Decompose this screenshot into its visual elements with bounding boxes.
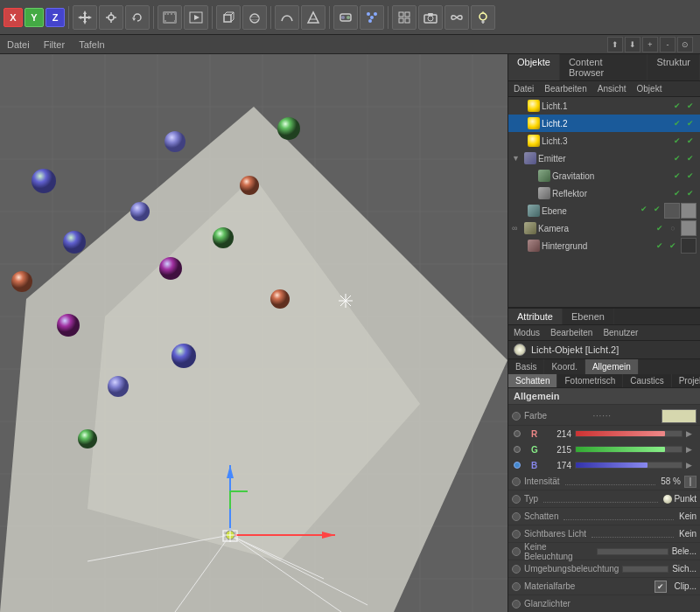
x-axis-button[interactable]: X [4, 8, 23, 27]
keine-slider[interactable] [597, 548, 668, 555]
separator-5 [329, 6, 330, 29]
z-axis-button[interactable]: Z [46, 8, 65, 27]
object-name-licht1: Licht.1 [542, 101, 669, 111]
object-row-licht2[interactable]: Licht.2 ✔ ✔ [508, 115, 700, 132]
rotate-tool-button[interactable] [125, 5, 150, 30]
channel-g-row: G 215 ▶ [508, 442, 700, 457]
gravitation-icon [538, 170, 550, 182]
object-name-emitter: Emitter [538, 154, 669, 163]
attr-menu-benutzer[interactable]: Benutzer [598, 326, 643, 339]
tab-schatten[interactable]: Schatten [508, 374, 557, 387]
object-row-kamera[interactable]: ∞ Kamera ✔ ○ [508, 219, 700, 237]
svg-marker-20 [194, 15, 200, 20]
obj-menu-objekt[interactable]: Objekt [632, 82, 668, 95]
move-tool-button[interactable] [73, 5, 97, 30]
camera-thumb [681, 220, 696, 236]
grid-button[interactable] [392, 5, 416, 30]
checkmarks: ✔ ○ [654, 222, 679, 234]
r-arrow[interactable]: ▶ [686, 429, 696, 438]
viewport-zoom-in[interactable]: + [642, 37, 658, 52]
svg-rect-17 [164, 20, 166, 23]
object-row-gravitation[interactable]: Gravitation ✔ ✔ [508, 167, 700, 184]
bele-label: Bele... [672, 546, 696, 556]
object-row-licht1[interactable]: Licht.1 ✔ ✔ [508, 97, 700, 115]
nurbs-button[interactable] [301, 5, 326, 30]
deformer-button[interactable] [333, 5, 358, 30]
b-slider[interactable] [575, 462, 682, 469]
svg-point-78 [164, 131, 186, 152]
render-region-button[interactable] [184, 5, 208, 30]
menu-datei[interactable]: Datei [4, 38, 33, 52]
viewport-settings[interactable]: ⊙ [677, 37, 693, 52]
check1: ✔ [671, 152, 683, 164]
tab-caustics[interactable]: Caustics [623, 374, 671, 387]
g-slider[interactable] [575, 446, 682, 453]
umgebung-slider[interactable] [622, 566, 668, 573]
svg-point-77 [32, 169, 56, 193]
schatten-bullet [512, 512, 521, 521]
sichtbares-row: Sichtbares Licht Kein [508, 525, 700, 543]
intensitaet-slider-handle[interactable] [684, 476, 696, 488]
attr-menu-modus[interactable]: Modus [508, 326, 545, 339]
g-arrow[interactable]: ▶ [686, 445, 696, 454]
object-row-emitter[interactable]: ▼ Emitter ✔ ✔ [508, 150, 700, 167]
object-name-kamera: Kamera [538, 224, 652, 233]
viewport[interactable] [0, 54, 508, 612]
scale-tool-button[interactable] [99, 5, 123, 30]
tab-projekt[interactable]: Projekt [672, 374, 700, 387]
svg-marker-3 [83, 21, 87, 24]
typ-value-container: Punkt [663, 494, 696, 504]
material-label: Materialfarbe [524, 581, 651, 591]
menu-tafeln[interactable]: Tafeln [75, 38, 108, 52]
keine-beleuchtung-row: Keine Beleuchtung Bele... [508, 543, 700, 560]
tab-attribute[interactable]: Attribute [508, 309, 563, 324]
dotted-line [565, 484, 656, 485]
tab-allgemein[interactable]: Allgemein [585, 359, 639, 374]
tab-struktur[interactable]: Struktur [648, 54, 700, 80]
check1: ✔ [671, 117, 683, 129]
typ-label: Typ [524, 494, 538, 504]
material-checkbox[interactable]: ✔ [654, 581, 667, 593]
tab-fotometrisch[interactable]: Fotometrisch [557, 374, 623, 387]
hintergrund-thumb [681, 238, 696, 254]
tab-koord[interactable]: Koord. [544, 359, 584, 374]
light-button[interactable] [471, 5, 495, 30]
color-swatch[interactable] [662, 409, 696, 423]
obj-menu-datei[interactable]: Datei [508, 82, 539, 95]
viewport-nav-down[interactable]: ⬇ [625, 37, 640, 52]
object-row-ebene[interactable]: Ebene ✔ ✔ [508, 202, 700, 219]
tab-objekte[interactable]: Objekte [508, 54, 560, 80]
attr-basis-tabs: Basis Koord. Allgemein [508, 359, 700, 374]
particles-button[interactable] [360, 5, 384, 30]
attr-top-tabs: Attribute Ebenen [508, 309, 700, 325]
svg-marker-2 [83, 10, 87, 14]
b-arrow[interactable]: ▶ [686, 461, 696, 469]
tab-content-browser[interactable]: Content Browser [560, 54, 648, 80]
viewport-zoom-out[interactable]: - [660, 37, 676, 52]
y-axis-button[interactable]: Y [24, 8, 44, 27]
infinite-button[interactable] [444, 5, 469, 30]
sphere-button[interactable] [242, 5, 267, 30]
svg-point-6 [108, 15, 114, 20]
check1: ✔ [671, 100, 683, 112]
viewport-nav-up[interactable]: ⬆ [607, 37, 623, 52]
tab-basis[interactable]: Basis [508, 359, 544, 374]
check2: ✔ [684, 135, 696, 147]
r-slider[interactable] [575, 430, 682, 437]
attr-header: Licht-Objekt [Licht.2] [508, 341, 700, 359]
object-row-licht3[interactable]: Licht.3 ✔ ✔ [508, 132, 700, 150]
sichtbares-value: Kein [679, 529, 696, 539]
obj-menu-bearbeiten[interactable]: Bearbeiten [539, 82, 592, 95]
link-icon: ∞ [512, 224, 522, 233]
object-row-hintergrund[interactable]: Hintergrund ✔ ✔ [508, 237, 700, 254]
svg-rect-16 [174, 12, 176, 15]
menu-filter[interactable]: Filter [40, 38, 68, 52]
object-row-reflektor[interactable]: Reflektor ✔ ✔ [508, 184, 700, 202]
cube-button[interactable] [216, 5, 241, 30]
tab-ebenen[interactable]: Ebenen [563, 309, 614, 324]
render-button[interactable] [158, 5, 182, 30]
attr-menu-bearbeiten[interactable]: Bearbeiten [545, 326, 598, 339]
camera-button[interactable] [418, 5, 443, 30]
spline-button[interactable] [275, 5, 299, 30]
obj-menu-ansicht[interactable]: Ansicht [592, 82, 632, 95]
